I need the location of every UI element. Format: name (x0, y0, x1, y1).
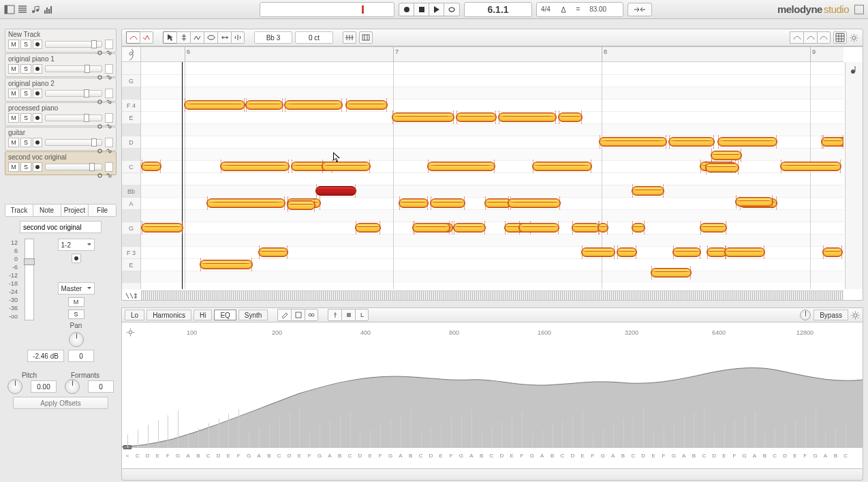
tool-arrow[interactable] (163, 31, 176, 44)
formants-knob[interactable] (65, 379, 80, 394)
note-blob[interactable] (711, 151, 742, 160)
pitch-ruler[interactable]: GF 4EDCBbAGF 3E (122, 62, 141, 289)
note-blob[interactable] (508, 198, 561, 208)
track-ref-toggle[interactable] (105, 64, 113, 74)
pan-knob[interactable] (69, 332, 84, 347)
note-blob[interactable] (498, 112, 557, 122)
volume-slider[interactable] (45, 164, 102, 170)
note-blob[interactable] (632, 186, 664, 196)
note-blob[interactable] (724, 247, 765, 257)
gain-fader[interactable] (25, 239, 34, 320)
piano-key[interactable]: E (122, 111, 140, 123)
note-blob[interactable] (345, 100, 388, 110)
clef-icon[interactable] (122, 47, 141, 62)
stop-button[interactable] (414, 3, 429, 16)
tool-separation[interactable] (231, 31, 245, 44)
note-blob[interactable] (822, 247, 843, 257)
grid-toggle[interactable] (833, 31, 847, 44)
note-blob[interactable] (735, 197, 773, 207)
note-blob[interactable] (558, 112, 583, 122)
time-signature[interactable]: 4/4 (541, 5, 551, 13)
list-view-icon[interactable] (17, 4, 28, 15)
note-blob[interactable] (322, 162, 371, 171)
record-button[interactable] (399, 3, 414, 16)
bar-marker[interactable]: 8 (602, 47, 608, 61)
tool-pitch[interactable] (176, 31, 190, 44)
pane-mute-button[interactable]: M (68, 297, 84, 307)
bar-marker[interactable]: 7 (393, 47, 400, 61)
note-blob[interactable] (141, 223, 183, 232)
solo-button[interactable]: S (20, 40, 31, 49)
chain-icon[interactable] (105, 147, 112, 156)
sound-tab-harmonics[interactable]: Harmonics (146, 310, 191, 320)
note-blob[interactable] (717, 137, 777, 147)
tempo-display[interactable]: 4/4 = 83.00 (536, 2, 623, 17)
track-ref-toggle[interactable] (105, 138, 113, 147)
piano-key[interactable]: G (122, 74, 140, 87)
note-pitch-display[interactable]: Bb 3 (254, 31, 292, 44)
record-arm-dot[interactable] (33, 113, 42, 123)
note-blob[interactable] (412, 223, 450, 232)
tool-amplitude[interactable] (204, 31, 217, 44)
playhead[interactable] (182, 62, 183, 289)
position-display[interactable]: 6.1.1 (464, 2, 532, 17)
volume-slider[interactable] (45, 65, 102, 72)
note-blob[interactable] (532, 162, 592, 171)
panel-layout-icon[interactable] (4, 4, 15, 15)
piano-key[interactable]: G (122, 222, 140, 234)
note-blob[interactable] (258, 247, 288, 257)
pitch-knob[interactable] (7, 379, 22, 394)
eq-marker-button[interactable] (328, 309, 341, 321)
scale-toggle-b[interactable] (803, 31, 817, 44)
mute-button[interactable]: M (8, 113, 19, 123)
piano-key[interactable]: D (122, 136, 140, 148)
spectrum-view-icon[interactable] (43, 4, 54, 15)
scale-toggle-c[interactable] (817, 31, 831, 44)
track-ref-toggle[interactable] (105, 89, 113, 98)
mute-button[interactable]: M (8, 162, 19, 172)
quantize-time-button[interactable] (359, 31, 373, 44)
eq-link-button[interactable] (305, 309, 318, 321)
piano-key[interactable] (122, 123, 140, 136)
mute-button[interactable]: M (8, 89, 19, 98)
note-blob[interactable] (632, 223, 645, 232)
autoscroll-button[interactable] (628, 3, 651, 16)
gear-icon[interactable] (850, 33, 858, 42)
track-ref-toggle[interactable] (105, 113, 113, 123)
note-blob[interactable] (581, 247, 615, 257)
note-blob[interactable] (780, 162, 841, 171)
solo-button[interactable]: S (20, 138, 31, 147)
algo-melodic-button[interactable] (126, 31, 140, 44)
formants-value[interactable]: 0 (88, 380, 114, 393)
bypass-button[interactable]: Bypass (813, 310, 848, 320)
note-area[interactable] (141, 62, 843, 289)
record-arm-dot[interactable] (33, 64, 42, 74)
pane-solo-button[interactable]: S (68, 310, 84, 319)
record-arm[interactable] (72, 254, 81, 263)
vertical-scrollbar[interactable] (845, 62, 863, 289)
solo-button[interactable]: S (20, 113, 31, 123)
note-blob[interactable] (245, 100, 283, 110)
record-arm-dot[interactable] (33, 40, 42, 49)
piano-key[interactable] (122, 148, 140, 160)
note-blob[interactable] (821, 137, 843, 147)
volume-slider[interactable] (45, 115, 102, 121)
master-select[interactable]: Master (58, 282, 95, 295)
piano-key[interactable] (122, 209, 140, 222)
note-blob[interactable] (399, 198, 429, 208)
algo-percussive-button[interactable] (140, 31, 153, 44)
note-blob[interactable] (453, 223, 486, 232)
note-blob[interactable] (220, 162, 290, 171)
scale-toggle-a[interactable] (790, 31, 803, 44)
tool-timing[interactable] (217, 31, 231, 44)
volume-slider[interactable] (45, 90, 102, 97)
record-arm-dot[interactable] (33, 89, 42, 98)
eq-l-button[interactable]: L (355, 309, 369, 321)
sound-gear-icon[interactable] (851, 311, 860, 320)
mute-button[interactable]: M (8, 40, 19, 49)
chain-icon[interactable] (105, 49, 112, 58)
loop-marker-icon[interactable] (360, 5, 367, 14)
sound-tab-hi[interactable]: Hi (193, 310, 212, 320)
chain-icon[interactable] (105, 172, 112, 181)
track-name-input[interactable] (20, 221, 102, 233)
